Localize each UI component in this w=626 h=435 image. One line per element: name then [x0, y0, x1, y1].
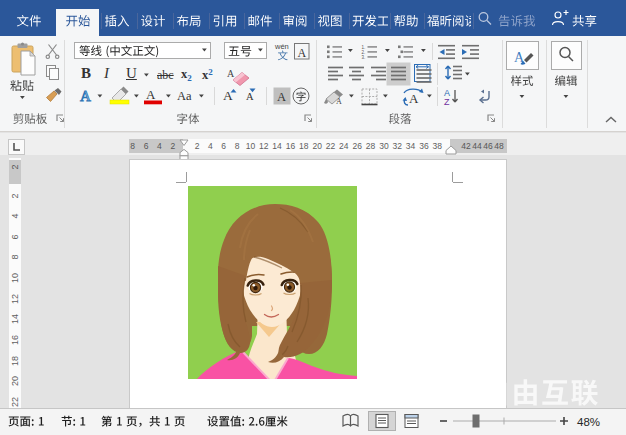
svg-text:48%: 48%	[577, 416, 600, 428]
